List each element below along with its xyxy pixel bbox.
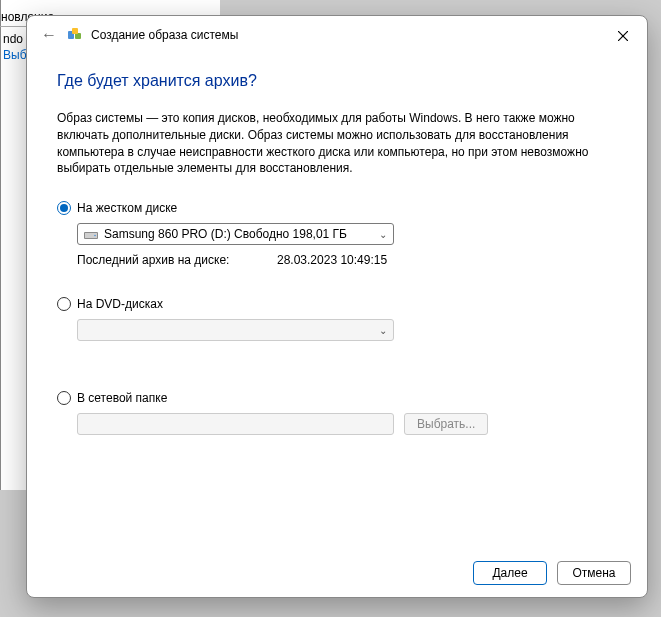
cancel-button[interactable]: Отмена xyxy=(557,561,631,585)
radio-network[interactable] xyxy=(57,391,71,405)
background-text: ndo xyxy=(3,32,23,46)
drive-dropdown[interactable]: Samsung 860 PRO (D:) Свободно 198,01 ГБ … xyxy=(77,223,394,245)
dropdown-selected-text: Samsung 860 PRO (D:) Свободно 198,01 ГБ xyxy=(104,227,379,241)
page-question: Где будет хранится архив? xyxy=(57,72,617,90)
option-dvd: На DVD-дисках ⌄ xyxy=(57,297,617,341)
radio-dvd[interactable] xyxy=(57,297,71,311)
system-image-icon xyxy=(67,27,83,43)
dialog-footer: Далее Отмена xyxy=(27,549,647,597)
page-description: Образ системы — это копия дисков, необхо… xyxy=(57,110,617,177)
option-hard-disk: На жестком диске Samsung 860 PRO (D:) Св… xyxy=(57,201,617,267)
option-label-hard-disk[interactable]: На жестком диске xyxy=(77,201,177,215)
chevron-down-icon: ⌄ xyxy=(379,229,387,240)
system-image-dialog: ← Создание образа системы Где будет хран… xyxy=(26,15,648,598)
svg-point-7 xyxy=(94,235,96,237)
svg-rect-2 xyxy=(72,28,78,34)
option-label-network[interactable]: В сетевой папке xyxy=(77,391,167,405)
next-button[interactable]: Далее xyxy=(473,561,547,585)
dialog-title: Создание образа системы xyxy=(91,28,238,42)
drive-icon xyxy=(84,229,98,239)
option-label-dvd[interactable]: На DVD-дисках xyxy=(77,297,163,311)
last-archive-value: 28.03.2023 10:49:15 xyxy=(277,253,387,267)
last-archive-label: Последний архив на диске: xyxy=(77,253,277,267)
close-button[interactable] xyxy=(613,26,633,46)
chevron-down-icon: ⌄ xyxy=(379,325,387,336)
dialog-body: Где будет хранится архив? Образ системы … xyxy=(27,52,647,549)
radio-hard-disk[interactable] xyxy=(57,201,71,215)
back-arrow-icon[interactable]: ← xyxy=(41,26,57,44)
background-link[interactable]: Выб xyxy=(3,48,27,62)
dvd-dropdown: ⌄ xyxy=(77,319,394,341)
option-network: В сетевой папке Выбрать... xyxy=(57,391,617,435)
network-path-input xyxy=(77,413,394,435)
browse-button: Выбрать... xyxy=(404,413,488,435)
dialog-header: ← Создание образа системы xyxy=(27,16,647,52)
